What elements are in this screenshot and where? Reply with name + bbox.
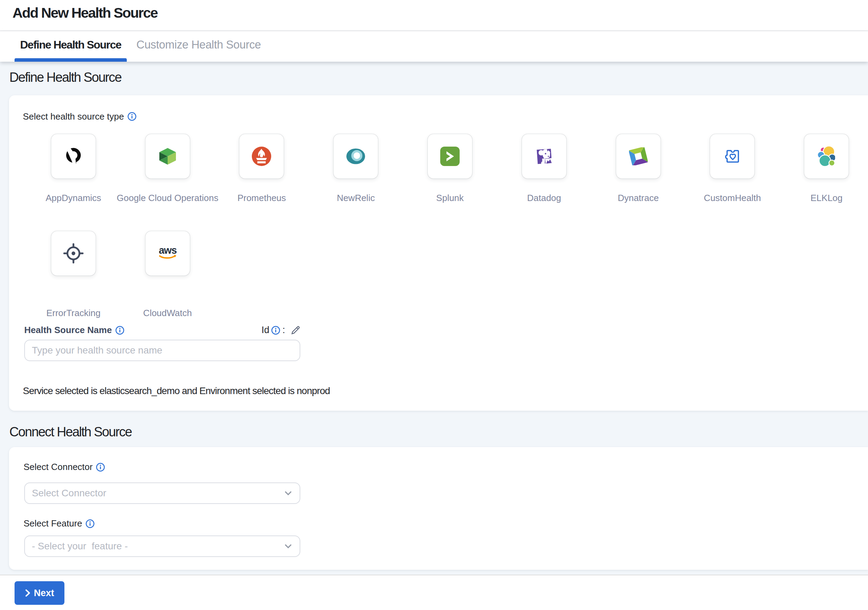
svg-text:aws: aws bbox=[159, 245, 176, 256]
